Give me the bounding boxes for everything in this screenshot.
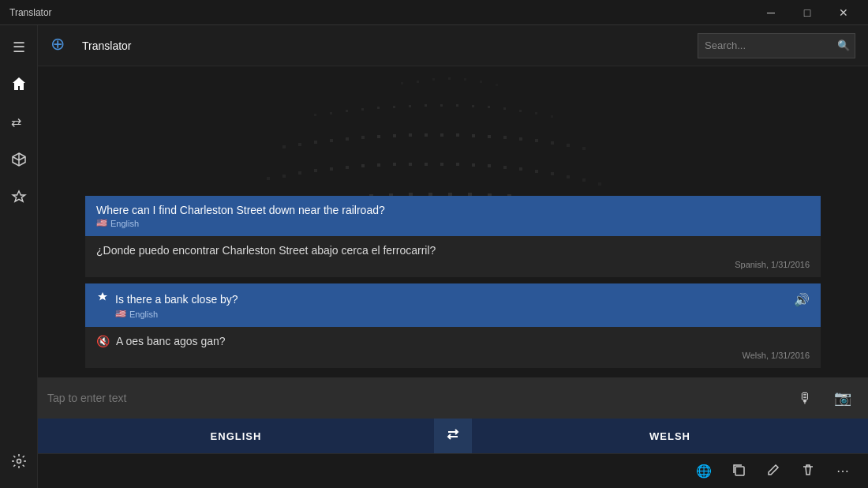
message-1-lang: English — [110, 219, 139, 228]
svg-rect-32 — [361, 136, 365, 139]
sidebar-cube-button[interactable] — [0, 142, 38, 180]
messages-container: Where can I find Charleston Street down … — [38, 186, 868, 377]
svg-rect-25 — [535, 112, 537, 114]
svg-rect-13 — [346, 110, 348, 112]
sidebar-menu-button[interactable]: ☰ — [0, 28, 38, 66]
svg-rect-24 — [519, 110, 522, 112]
camera-icon: 📷 — [834, 389, 851, 407]
target-language-button[interactable]: WELSH — [472, 419, 868, 453]
svg-rect-23 — [503, 107, 506, 110]
svg-rect-15 — [377, 107, 380, 109]
main-content: ⊕ Translator 🔍 — [38, 25, 868, 488]
message-1-meta: Spanish, 1/31/2016 — [96, 260, 810, 269]
message-2-lang: English — [129, 310, 158, 319]
edit-toolbar-button[interactable] — [758, 456, 789, 487]
app-title: Translator — [82, 39, 688, 52]
svg-rect-67 — [582, 178, 586, 182]
message-group-2: Is there a bank close by? 🔊 🇺🇸 English 🔇 — [85, 283, 821, 368]
svg-rect-64 — [535, 170, 538, 173]
text-input-row: 🎙 📷 — [38, 377, 868, 419]
copy-icon — [731, 463, 746, 480]
text-input[interactable] — [47, 392, 783, 404]
svg-rect-53 — [361, 164, 365, 167]
copy-toolbar-button[interactable] — [723, 456, 754, 487]
edit-icon — [766, 463, 780, 480]
delete-toolbar-button[interactable] — [792, 456, 824, 487]
svg-rect-16 — [393, 106, 395, 108]
message-group-1: Where can I find Charleston Street down … — [85, 196, 821, 277]
maximize-button[interactable]: □ — [789, 0, 825, 25]
sidebar-home-button[interactable] — [0, 66, 38, 104]
search-box: 🔍 — [698, 33, 855, 58]
menu-icon: ☰ — [13, 39, 25, 56]
svg-rect-56 — [409, 163, 412, 166]
camera-button[interactable]: 📷 — [827, 382, 859, 414]
svg-rect-42 — [519, 137, 522, 141]
message-2-translated: 🔇 A oes banc agos gan? Welsh, 1/31/2016 — [85, 327, 821, 368]
svg-rect-21 — [472, 105, 474, 107]
search-button[interactable]: 🔍 — [832, 33, 855, 58]
svg-rect-54 — [377, 163, 380, 167]
svg-rect-29 — [314, 141, 317, 144]
close-button[interactable]: ✕ — [825, 0, 862, 25]
svg-rect-58 — [440, 163, 443, 166]
swap-languages-button[interactable] — [434, 419, 472, 453]
svg-rect-35 — [409, 133, 412, 137]
svg-rect-6 — [432, 78, 435, 81]
app-layout: ☰ ⇄ — [0, 25, 868, 488]
speaker-icon[interactable]: 🔊 — [794, 292, 810, 307]
svg-rect-9 — [480, 81, 482, 83]
svg-rect-40 — [488, 135, 491, 138]
svg-rect-68 — [598, 182, 601, 186]
more-icon: ⋯ — [836, 464, 849, 479]
sidebar-favorites-button[interactable] — [0, 180, 38, 218]
svg-rect-60 — [472, 163, 475, 167]
minimize-button[interactable]: ─ — [753, 0, 789, 25]
svg-rect-12 — [330, 112, 332, 114]
more-toolbar-button[interactable]: ⋯ — [827, 456, 859, 487]
message-2-header: Is there a bank close by? 🔊 — [96, 291, 810, 307]
star-icon — [11, 190, 27, 209]
microphone-button[interactable]: 🎙 — [789, 382, 821, 414]
sidebar-bottom — [0, 444, 38, 482]
title-bar-left: Translator — [9, 7, 52, 18]
message-2-lang-flag: 🇺🇸 English — [115, 309, 810, 319]
flag-icon-1: 🇺🇸 — [96, 218, 107, 228]
svg-rect-19 — [440, 104, 443, 107]
svg-rect-10 — [496, 84, 498, 86]
svg-rect-8 — [464, 78, 466, 81]
message-1-lang-date: Spanish, 1/31/2016 — [735, 260, 810, 269]
message-1-lang-flag: 🇺🇸 English — [96, 218, 810, 228]
svg-rect-26 — [551, 115, 553, 118]
svg-rect-59 — [456, 163, 459, 166]
svg-rect-66 — [567, 175, 570, 178]
svg-rect-48 — [282, 175, 286, 178]
message-2-original: Is there a bank close by? 🔊 🇺🇸 English — [85, 283, 821, 327]
mute-icon[interactable]: 🔇 — [96, 335, 110, 347]
svg-rect-11 — [314, 114, 316, 116]
message-1-translated-text: ¿Donde puedo encontrar Charleston Street… — [96, 244, 810, 257]
svg-rect-18 — [425, 104, 427, 107]
language-row: ENGLISH WELSH — [38, 419, 868, 453]
svg-rect-49 — [298, 171, 301, 175]
message-1-translated: ¿Donde puedo encontrar Charleston Street… — [85, 236, 821, 277]
home-icon — [11, 76, 27, 96]
message-2-original-text: Is there a bank close by? — [115, 293, 788, 306]
message-2-lang-date: Welsh, 1/31/2016 — [743, 351, 810, 360]
svg-rect-47 — [267, 177, 270, 180]
search-input[interactable] — [698, 39, 832, 51]
sidebar-settings-button[interactable] — [0, 444, 38, 482]
source-language-button[interactable]: ENGLISH — [38, 419, 434, 453]
svg-rect-62 — [503, 166, 507, 169]
svg-rect-39 — [472, 134, 475, 137]
sidebar-translate-button[interactable]: ⇄ — [0, 104, 38, 142]
app-icon: ⊕ — [51, 32, 73, 59]
cube-icon — [11, 152, 27, 171]
translate-icon: ⇄ — [11, 114, 27, 133]
globe-toolbar-button[interactable]: 🌐 — [688, 456, 720, 487]
flag-icon-2: 🇺🇸 — [115, 309, 126, 319]
svg-rect-36 — [425, 133, 428, 137]
svg-rect-55 — [393, 163, 396, 166]
svg-text:⇄: ⇄ — [11, 115, 21, 129]
top-bar: ⊕ Translator 🔍 — [38, 25, 868, 66]
